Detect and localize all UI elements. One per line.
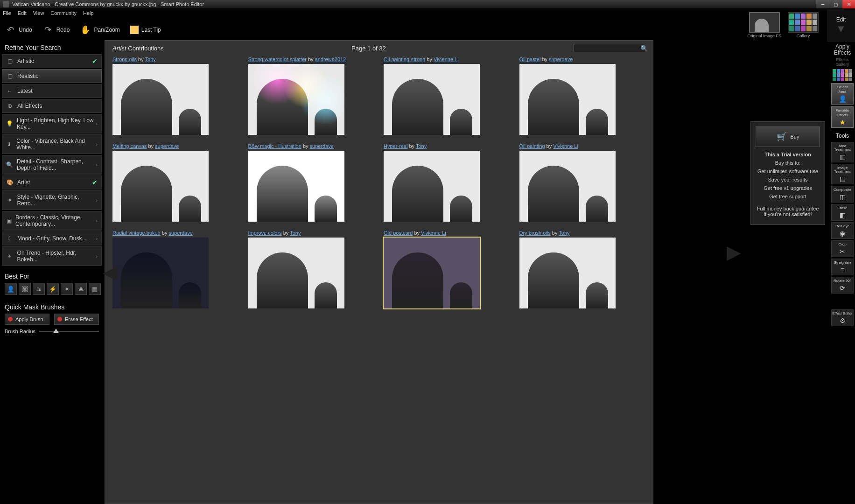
bestfor-action-icon[interactable]: ⚡ [47,283,59,295]
author-link[interactable]: Tony [416,143,427,149]
effect-thumb[interactable] [112,238,209,308]
effect-thumb[interactable] [384,238,480,308]
tool-icon: ◫ [837,193,848,201]
brush-radius-slider[interactable]: Brush Radius [5,329,99,334]
bestfor-portrait-icon[interactable]: 👤 [5,283,17,295]
author-link[interactable]: Vivienne Li [553,143,578,149]
effect-thumb[interactable] [248,151,344,222]
redo-button[interactable]: ↷Redo [42,24,70,35]
tool-area-treatment[interactable]: Area Treatment▥ [831,142,854,162]
chevron-right-icon: › [96,218,98,224]
effect-title-link[interactable]: B&w magic - illustration [248,143,301,149]
original-image-thumb[interactable]: Original Image FS [747,12,781,38]
prev-page-button[interactable]: ◀ [103,262,116,282]
effect-thumb[interactable] [112,64,209,135]
menu-help[interactable]: Help [83,10,94,16]
tool-crop[interactable]: Crop✂ [831,240,854,257]
gallery-title: Artist Contributions [112,45,164,52]
undo-button[interactable]: ↶Undo [5,24,32,35]
lasttip-button[interactable]: Last Tip [130,26,161,34]
edit-mode-button[interactable]: Edit ▼ [827,9,855,42]
sidebar-item-2[interactable]: ←Latest [2,84,102,98]
menu-edit[interactable]: Edit [18,10,27,16]
effect-caption: Improve colors by Tony [248,230,375,236]
sidebar-item-7[interactable]: 🎨Artist✔ [2,175,102,189]
sidebar-item-8[interactable]: ✦Style - Vignette, Graphic, Retro...› [2,190,102,210]
close-button[interactable]: ✕ [842,0,855,8]
bestfor-macro-icon[interactable]: ❀ [75,283,87,295]
effect-title-link[interactable]: Strong oils [112,56,137,62]
tool-image-treatment[interactable]: Image Treatment▤ [831,164,854,184]
effect-thumb[interactable] [519,238,616,308]
effect-title-link[interactable]: Dry brush oils [519,230,551,236]
erase-effect-button[interactable]: Erase Effect [54,314,99,325]
favorite-effects-button[interactable]: FavoriteEffects★ [831,106,854,128]
author-link[interactable]: Vivienne Li [421,230,446,236]
sidebar-item-9[interactable]: ▣Borders - Classic, Vintage, Contemporar… [2,211,102,231]
menu-view[interactable]: View [33,10,44,16]
tool-composite[interactable]: Composite◫ [831,186,854,203]
sidebar-item-11[interactable]: ⌖On Trend - Hipster, Hdr, Bokeh...› [2,246,102,266]
author-link[interactable]: superdave [155,143,179,149]
author-link[interactable]: superdave [310,143,334,149]
sidebar-item-4[interactable]: 💡Light - Brighten, High Key, Low Key...› [2,114,102,133]
menu-community[interactable]: Community [50,10,77,16]
gallery-cell: Strong oils by Tony [112,56,239,135]
palette-icon[interactable] [833,69,852,81]
chevron-right-icon: › [96,121,98,126]
effect-thumb[interactable] [384,151,480,222]
apply-brush-button[interactable]: Apply Brush [5,314,49,325]
tool-red-eye[interactable]: Red eye◉ [831,222,854,239]
effect-thumb[interactable] [384,64,480,135]
author-link[interactable]: andrewb2012 [315,56,346,62]
page-indicator: Page 1 of 32 [351,45,386,52]
search-icon[interactable]: 🔍 [640,45,648,52]
search-box[interactable]: 🔍 [574,44,645,52]
sidebar-item-3[interactable]: ⊕All Effects [2,99,102,113]
panzoom-button[interactable]: ✋Pan/Zoom [80,24,119,35]
sidebar-item-5[interactable]: 🌡Color - Vibrance, Black And White...› [2,134,102,154]
effect-editor-button[interactable]: Effect Editor⚙ [831,309,854,326]
effect-title-link[interactable]: Strong watercolor splatter [248,56,307,62]
author-link[interactable]: Tony [290,230,301,236]
effect-title-link[interactable]: Melting canvas [112,143,147,149]
select-area-button[interactable]: SelectArea👤 [831,83,854,105]
bestfor-night-icon[interactable]: ✦ [61,283,73,295]
author-link[interactable]: Tony [559,230,569,236]
effect-thumb[interactable] [519,151,616,222]
effect-thumb[interactable] [248,238,344,308]
sidebar-item-6[interactable]: 🔍Detail - Contrast, Sharpen, Depth of Fi… [2,155,102,175]
menu-bar: File Edit View Community Help [0,8,855,18]
effect-title-link[interactable]: Radial vintage bokeh [112,230,161,236]
slider-knob-icon[interactable] [53,329,59,333]
menu-file[interactable]: File [3,10,11,16]
tool-rotate-90°[interactable]: Rotate 90°⟳ [831,277,854,294]
author-link[interactable]: superdave [168,230,192,236]
effect-title-link[interactable]: Improve colors [248,230,282,236]
sidebar-item-1[interactable]: ▢Realistic [2,69,102,83]
next-page-button[interactable]: ▶ [727,242,740,262]
tool-erase[interactable]: Erase◧ [831,204,854,221]
gallery-thumb[interactable]: Gallery [788,12,819,38]
minimize-button[interactable]: ━ [816,0,829,8]
effect-title-link[interactable]: Old postcard [384,230,413,236]
effect-thumb[interactable] [112,151,209,222]
tool-straighten[interactable]: Straighten≡ [831,259,854,275]
effect-title-link[interactable]: Oil pastel [519,56,541,62]
bestfor-building-icon[interactable]: ▦ [89,283,101,295]
effect-title-link[interactable]: Oil painting [519,143,545,149]
effect-thumb[interactable] [519,64,616,135]
author-link[interactable]: superdave [549,56,573,62]
bestfor-water-icon[interactable]: ≋ [33,283,45,295]
author-link[interactable]: Tony [145,56,156,62]
sidebar-item-10[interactable]: ☾Mood - Gritty, Snow, Dusk...› [2,231,102,245]
effect-title-link[interactable]: Oil painting-strong [384,56,425,62]
search-input[interactable] [576,45,640,51]
author-link[interactable]: Vivienne Li [434,56,459,62]
bestfor-landscape-icon[interactable]: 🖼 [19,283,31,295]
effect-title-link[interactable]: Hyper-real [384,143,407,149]
buy-button[interactable]: 🛒Buy [756,126,820,147]
sidebar-item-0[interactable]: ▢Artistic✔ [2,54,102,68]
effect-thumb[interactable] [248,64,344,135]
maximize-button[interactable]: ▢ [829,0,842,8]
